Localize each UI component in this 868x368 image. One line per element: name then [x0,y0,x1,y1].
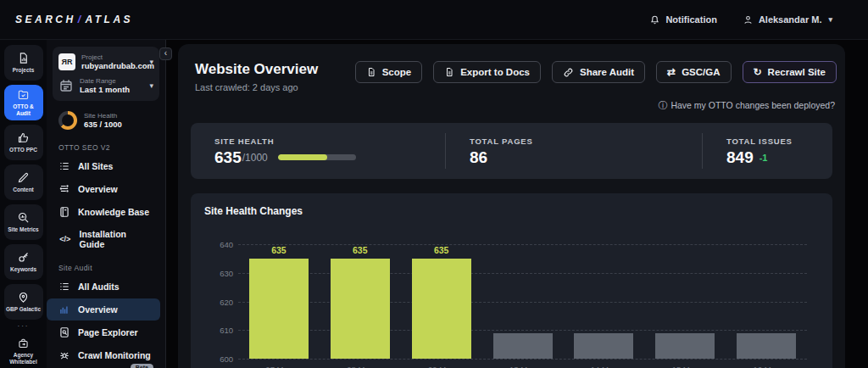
bar-16-may[interactable] [737,333,796,359]
key-icon [17,251,30,264]
logo-text-left: SEARCH [15,14,76,25]
sidebar-item-label: All Sites [78,161,113,171]
stat-value: 849 [726,149,754,165]
date-range-selector[interactable]: Date Range Last 1 month ▾ [58,74,153,98]
rail-item-agency-whitelabel[interactable]: Agency Whitelabel [4,333,43,368]
rail-item-label: OTTO PPC [9,147,37,153]
sidebar-item-all-sites[interactable]: All Sites [47,155,160,177]
sidebar-item-label: Overview [78,184,118,194]
rail-item-otto-ppc[interactable]: OTTO PPC [4,125,43,160]
otto-deploy-note[interactable]: ⓘHave my OTTO changes been deployed? [178,92,845,112]
user-name: Aleksandar M. [759,14,822,25]
topbar-right: Notification Aleksandar M. ▾ [649,14,868,25]
rail-item-projects[interactable]: Projects [4,45,43,81]
rail-item-label: Projects [13,67,35,74]
bar-slot: 635 [320,244,401,359]
chart-plot-area: 640 630 620 610 600 635635635 [238,244,807,359]
bar-08-may[interactable]: 635 [331,259,390,359]
rail-item-keywords[interactable]: Keywords [4,244,43,280]
project-selector[interactable]: ЯR Project rubyandrubab.com ▾ [58,50,153,74]
x-axis-label: 15 May [644,365,726,368]
search-metrics-icon [17,211,30,224]
section-title-site-audit: Site Audit [47,255,165,275]
y-axis-tick: 630 [208,269,233,278]
sidebar-item-overview-otto[interactable]: Overview [47,178,160,200]
sidebar-collapse-button[interactable]: ‹ [159,47,172,60]
caret-down-icon: ▾ [149,58,153,66]
briefcase-icon [17,337,30,349]
rail-item-label: OTTO & Audit [6,103,42,117]
scope-button[interactable]: Scope [355,61,423,83]
bar-07-may[interactable]: 635 [249,259,309,359]
bar-slot [726,244,807,359]
list-icon [58,160,70,172]
rail-item-label: Agency Whitelabel [6,352,42,365]
sidebar-item-label: Page Explorer [78,327,138,337]
beta-badge: Beta [131,364,153,368]
x-axis-labels: 07 May08 May09 May13 May14 May15 May16 M… [238,365,807,368]
stat-label: TOTAL ISSUES [726,137,832,146]
bar-14-may[interactable] [574,333,633,359]
y-axis-tick: 600 [208,354,233,364]
stat-total-issues: TOTAL ISSUES 849 -1 [702,133,832,169]
site-health-widget: Site Health 635 / 1000 [47,104,165,135]
y-axis-tick: 640 [208,240,233,249]
stat-site-health: SITE HEALTH 635 /1000 [191,133,445,169]
date-range-label: Date Range [80,77,143,85]
page-search-icon [58,326,70,338]
list-icon [58,281,70,293]
project-daterange-card: ЯR Project rubyandrubab.com ▾ Date Range… [53,47,159,101]
sidebar-item-label: All Audits [78,282,120,292]
rail-item-otto-audit[interactable]: OTTO & Audit [4,85,43,120]
bar-value-label: 635 [353,245,368,255]
rail-item-site-metrics[interactable]: Site Metrics [4,204,43,240]
website-overview-panel: Website Overview Last crawled: 2 days ag… [178,44,845,368]
issues-delta-badge: -1 [760,153,768,163]
recrawl-site-button[interactable]: ↻ Recrawl Site [743,61,837,83]
rail-item-label: GBP Galactic [6,306,41,313]
sidebar-item-label: Crawl Monitoring [78,350,151,360]
project-label: Project [81,53,143,61]
bar-slot [644,244,726,359]
rail-item-label: Content [13,187,34,193]
bell-icon [649,14,660,25]
user-menu[interactable]: Aleksandar M. ▾ [743,14,832,25]
export-to-docs-button[interactable]: Export to Docs [433,61,541,83]
stat-label: TOTAL PAGES [470,137,702,146]
search-atlas-logo[interactable]: SEARCH/ATLAS [15,14,133,25]
sidebar-item-label: Overview [78,304,118,315]
stat-value: 86 [470,149,487,165]
caret-down-icon: ▾ [828,15,832,24]
project-value: rubyandrubab.com [81,61,143,70]
x-axis-label: 13 May [482,365,564,368]
site-health-gauge [58,111,77,130]
thumbs-up-icon [17,131,30,144]
gsc-ga-button[interactable]: ⇄ GSC/GA [656,61,731,83]
x-axis-label: 14 May [563,365,644,368]
sidebar-item-label: Installation Guide [80,229,152,249]
rail-item-content[interactable]: Content [4,164,43,200]
info-icon: ⓘ [658,100,667,110]
swap-icon: ⇄ [667,67,676,77]
stat-label: SITE HEALTH [214,137,445,146]
sidebar-item-all-audits[interactable]: All Audits [47,276,160,298]
main-area: Website Overview Last crawled: 2 days ag… [166,40,868,368]
logo-slash: / [78,14,84,25]
y-axis-tick: 610 [208,326,233,335]
stats-bar: SITE HEALTH 635 /1000 TOTAL PAGES 86 TOT… [191,123,832,179]
last-crawled-text: Last crawled: 2 days ago [195,82,318,92]
share-audit-button[interactable]: Share Audit [552,61,645,83]
chart-title: Site Health Changes [204,205,819,217]
sidebar-item-installation-guide[interactable]: </> Installation Guide [47,224,160,254]
rail-item-gbp-galactic[interactable]: GBP Galactic [4,284,43,320]
sidebar-item-page-explorer[interactable]: Page Explorer [47,321,160,343]
bar-13-may[interactable] [493,333,553,359]
bar-15-may[interactable] [655,333,715,359]
project-favicon: ЯR [58,53,75,70]
notification-button[interactable]: Notification [649,14,717,25]
bar-09-may[interactable]: 635 [412,259,471,359]
user-icon [743,14,754,25]
sidebar-item-overview-audit[interactable]: Overview [47,298,160,321]
sidebar-item-knowledge-base[interactable]: Knowledge Base [47,201,160,223]
bar-slot [482,244,564,359]
